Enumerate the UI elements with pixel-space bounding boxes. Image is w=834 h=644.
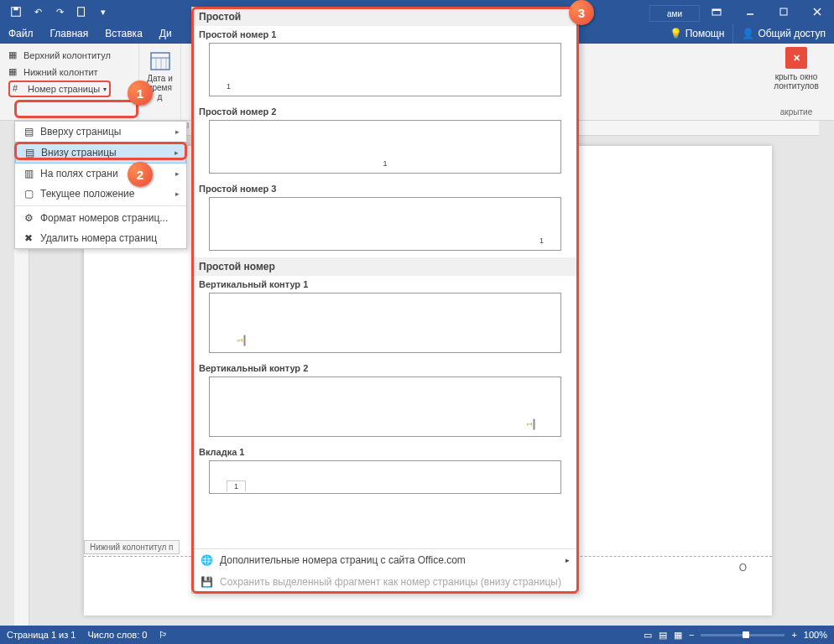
gallery-item-simple2[interactable]: Простой номер 2 1 — [192, 103, 578, 180]
gallery-item-vertical1[interactable]: Вертикальный контур 1 1 — [192, 276, 578, 360]
gallery-item-vertical2[interactable]: Вертикальный контур 2 1 — [192, 360, 578, 444]
page-number-button[interactable]: # Номер страницы ▾ — [5, 80, 133, 97]
chevron-down-icon: ▾ — [103, 86, 107, 93]
status-words[interactable]: Число слов: 0 — [87, 630, 147, 640]
undo-button[interactable]: ↶ — [29, 3, 47, 21]
tab-insert[interactable]: Вставка — [96, 23, 151, 44]
office-icon: 🌐 — [201, 554, 213, 566]
page-number-icon: # — [13, 83, 24, 95]
menu-format-numbers[interactable]: ⚙ Формат номеров страниц... — [15, 208, 186, 228]
gallery-item-label: Простой номер 2 — [199, 106, 571, 117]
status-language-icon[interactable]: 🏳 — [159, 630, 168, 640]
svg-rect-6 — [780, 8, 787, 15]
page-number-label: Номер страницы — [28, 84, 100, 94]
statusbar: Страница 1 из 1 Число слов: 0 🏳 ▭ ▤ ▦ − … — [0, 626, 834, 644]
menu-remove-label: Удалить номера страниц — [40, 232, 157, 244]
gallery-item-simple1[interactable]: Простой номер 1 1 — [192, 26, 578, 103]
ribbon-group-header-footer: ▦ Верхний колонтитул ▦ Нижний колонтит #… — [0, 44, 139, 120]
zoom-slider[interactable] — [701, 634, 784, 636]
ribbon-context-tab[interactable]: ами — [649, 5, 700, 22]
close-window-button[interactable] — [800, 0, 834, 23]
chevron-right-icon: ▸ — [175, 148, 179, 157]
tab-home[interactable]: Главная — [42, 23, 97, 44]
datetime-label1: Дата и — [144, 74, 175, 83]
save-selection-icon: 💾 — [201, 576, 213, 588]
page-number-gallery: Простой Простой номер 1 1 Простой номер … — [191, 7, 579, 594]
gallery-item-tab1[interactable]: Вкладка 1 1 — [192, 444, 578, 501]
footer-icon: ▦ — [8, 66, 20, 78]
menu-margins-label: На полях страни — [40, 168, 118, 179]
redo-button[interactable]: ↷ — [50, 3, 69, 21]
chevron-right-icon: ▸ — [175, 127, 180, 136]
badge-3: 3 — [569, 0, 594, 25]
ribbon-group-close: ✕ крыть окно лонтитулов акрытие — [758, 44, 834, 120]
menu-page-margins[interactable]: ▥ На полях страни ▸ — [15, 164, 186, 184]
bulb-icon: 💡 — [670, 28, 682, 39]
view-web-icon[interactable]: ▦ — [674, 630, 682, 641]
page-margins-icon: ▥ — [22, 167, 35, 180]
menu-remove-numbers[interactable]: ✖ Удалить номера страниц — [15, 228, 186, 248]
menu-bottom-label: Внизу страницы — [41, 147, 117, 158]
tell-me-button[interactable]: 💡 Помощн — [661, 23, 733, 44]
close-label1: крыть окно — [767, 72, 826, 81]
zoom-in-button[interactable]: + — [791, 630, 796, 640]
close-header-footer-button[interactable]: ✕ — [785, 47, 807, 69]
svg-rect-9 — [151, 53, 169, 70]
menu-bottom-of-page[interactable]: ▤ Внизу страницы ▸ — [15, 142, 186, 164]
footer-label: Нижний колонтит — [23, 67, 98, 77]
gallery-section-simple: Простой — [192, 8, 578, 26]
page-content-char: O — [739, 562, 747, 574]
page-bottom-icon: ▤ — [23, 146, 36, 159]
save-button[interactable] — [7, 3, 25, 21]
view-read-icon[interactable]: ▭ — [644, 630, 652, 641]
page-top-icon: ▤ — [22, 125, 35, 138]
share-button[interactable]: 👤 Общий доступ — [732, 23, 834, 44]
menu-format-label: Формат номеров страниц... — [40, 212, 168, 224]
header-icon: ▦ — [8, 49, 20, 61]
footer-tag: Нижний колонтитул п — [84, 540, 180, 554]
menu-top-of-page[interactable]: ▤ Вверху страницы ▸ — [15, 122, 186, 142]
gallery-item-label: Вкладка 1 — [199, 447, 571, 457]
gallery-more-label: Дополнительные номера страниц с сайта Of… — [220, 554, 466, 566]
current-pos-icon: ▢ — [22, 187, 35, 200]
svg-rect-2 — [78, 8, 85, 17]
window-controls — [700, 0, 834, 23]
badge-1: 1 — [128, 80, 153, 106]
gallery-item-label: Простой номер 1 — [199, 29, 571, 39]
view-print-icon[interactable]: ▤ — [659, 630, 667, 641]
qat-more-button[interactable]: ▾ — [94, 3, 112, 21]
gallery-more-office[interactable]: 🌐 Дополнительные номера страниц с сайта … — [192, 549, 578, 571]
chevron-right-icon: ▸ — [566, 556, 570, 564]
tab-design[interactable]: Ди — [151, 23, 180, 44]
zoom-out-button[interactable]: − — [689, 630, 694, 640]
share-icon: 👤 — [742, 28, 754, 39]
footer-button[interactable]: ▦ Нижний колонтит — [5, 64, 133, 80]
gallery-section-simple-number: Простой номер — [192, 257, 578, 276]
ribbon-display-button[interactable] — [700, 0, 733, 23]
zoom-level[interactable]: 100% — [804, 630, 827, 640]
gallery-save-selection: 💾 Сохранить выделенный фрагмент как номе… — [192, 571, 578, 593]
svg-rect-4 — [712, 9, 721, 11]
svg-rect-1 — [13, 8, 18, 11]
calendar-icon — [149, 49, 172, 72]
new-doc-button[interactable] — [72, 3, 91, 21]
gallery-item-label: Простой номер 3 — [199, 184, 571, 194]
gallery-footer: 🌐 Дополнительные номера страниц с сайта … — [192, 548, 578, 593]
chevron-right-icon: ▸ — [175, 169, 180, 178]
menu-top-label: Вверху страницы — [40, 126, 121, 138]
header-button[interactable]: ▦ Верхний колонтитул — [5, 47, 133, 64]
maximize-button[interactable] — [767, 0, 800, 23]
gallery-item-label: Вертикальный контур 1 — [199, 279, 571, 289]
tab-file[interactable]: Файл — [0, 23, 42, 44]
gallery-item-simple3[interactable]: Простой номер 3 1 — [192, 180, 578, 257]
page-number-menu: ▤ Вверху страницы ▸ ▤ Внизу страницы ▸ ▥… — [14, 121, 187, 249]
close-label2: лонтитулов — [767, 81, 826, 91]
tell-me-label: Помощн — [685, 28, 725, 39]
close-group-label: акрытие — [767, 107, 826, 117]
remove-icon: ✖ — [22, 231, 35, 245]
menu-separator — [15, 205, 186, 206]
menu-current-position[interactable]: ▢ Текущее положение ▸ — [15, 184, 186, 204]
minimize-button[interactable] — [733, 0, 767, 23]
status-page[interactable]: Страница 1 из 1 — [7, 630, 76, 640]
menu-current-label: Текущее положение — [40, 188, 134, 200]
